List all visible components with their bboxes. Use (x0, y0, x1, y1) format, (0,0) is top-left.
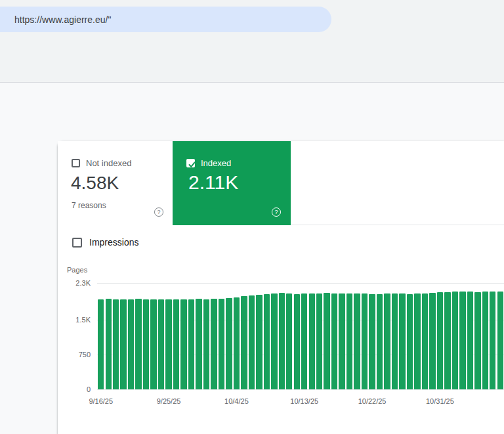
y-axis-tick-label: 750 (79, 351, 91, 358)
help-icon[interactable]: ? (272, 207, 281, 217)
chart-bar[interactable] (369, 294, 375, 389)
chart-x-labels: 9/16/259/25/2510/4/2510/13/2510/22/2510/… (97, 397, 504, 408)
chart-bar[interactable] (158, 299, 164, 389)
chart-bar[interactable] (180, 299, 186, 389)
indexed-count: 2.11K (188, 171, 238, 194)
check-icon (188, 160, 196, 169)
property-url[interactable]: https://www.agierre.eu/" (14, 14, 111, 25)
chart-bar[interactable] (414, 293, 420, 389)
chart-bar[interactable] (113, 299, 119, 389)
top-bar: https://www.agierre.eu/" (0, 0, 504, 83)
chart-bar[interactable] (362, 293, 368, 389)
not-indexed-reasons[interactable]: 7 reasons (72, 201, 106, 210)
search-console-page: https://www.agierre.eu/" Not indexed 4.5… (0, 0, 504, 434)
chart-bar[interactable] (467, 292, 473, 389)
chart-bar[interactable] (377, 294, 383, 389)
not-indexed-label: Not indexed (86, 158, 131, 168)
chart-bar[interactable] (399, 293, 405, 389)
chart-bar[interactable] (294, 294, 300, 389)
index-report-card: Not indexed 4.58K 7 reasons ? Indexed 2.… (58, 141, 504, 434)
chart-bar[interactable] (271, 293, 277, 389)
chart-bar[interactable] (316, 293, 322, 390)
indexed-checkbox[interactable] (186, 159, 195, 167)
chart-plot (97, 283, 504, 389)
property-search-pill[interactable]: https://www.agierre.eu/" (0, 7, 331, 32)
not-indexed-checkbox[interactable] (72, 159, 80, 167)
chart-bar[interactable] (407, 294, 413, 389)
tile-not-indexed-header: Not indexed (72, 158, 131, 168)
chart-bar[interactable] (309, 293, 315, 389)
y-axis-tick-label: 1.5K (75, 316, 91, 324)
help-icon[interactable]: ? (154, 207, 163, 217)
impressions-toggle[interactable]: Impressions (72, 237, 138, 248)
x-axis-tick-label: 10/31/25 (426, 397, 454, 405)
indexed-label: Indexed (201, 158, 231, 168)
chart-bar[interactable] (203, 299, 209, 389)
chart-bar[interactable] (234, 297, 240, 389)
chart-bar[interactable] (459, 292, 465, 389)
gridline (97, 389, 504, 390)
chart-bar[interactable] (452, 292, 458, 389)
chart-bar[interactable] (211, 299, 217, 389)
chart-bar[interactable] (354, 293, 360, 390)
chart-y-labels: 07501.5K2.3K (58, 283, 91, 389)
x-axis-tick-label: 9/16/25 (89, 397, 113, 405)
chart-bar[interactable] (301, 293, 307, 389)
chart-bar[interactable] (437, 292, 443, 389)
x-axis-tick-label: 9/25/25 (157, 397, 181, 405)
chart-bar[interactable] (226, 298, 232, 389)
tile-indexed[interactable]: Indexed 2.11K ? (173, 141, 291, 225)
chart-bar[interactable] (219, 299, 224, 389)
chart-bar[interactable] (106, 299, 112, 389)
chart-bar[interactable] (429, 293, 435, 389)
y-axis-tick-label: 2.3K (75, 279, 91, 287)
chart-bar[interactable] (120, 299, 126, 389)
chart-bar[interactable] (384, 293, 390, 389)
chart-bar[interactable] (444, 292, 450, 389)
chart-bar[interactable] (279, 293, 285, 389)
chart-bar[interactable] (474, 292, 480, 389)
chart-bar[interactable] (256, 295, 262, 389)
chart-bar[interactable] (173, 299, 179, 389)
x-axis-tick-label: 10/13/25 (290, 397, 318, 405)
x-axis-tick-label: 10/22/25 (358, 397, 387, 405)
chart-bar[interactable] (490, 292, 495, 389)
chart-bar[interactable] (150, 299, 156, 389)
y-axis-tick-label: 0 (87, 385, 91, 393)
chart-bar[interactable] (422, 293, 428, 390)
chart-bar[interactable] (135, 299, 141, 389)
chart-bar[interactable] (346, 293, 352, 389)
chart-bar[interactable] (98, 299, 104, 389)
impressions-label: Impressions (89, 237, 138, 248)
tile-indexed-header: Indexed (186, 158, 231, 168)
chart-bar[interactable] (392, 293, 398, 389)
status-tiles: Not indexed 4.58K 7 reasons ? Indexed 2.… (58, 141, 504, 225)
chart-bar[interactable] (331, 293, 337, 389)
chart-bar[interactable] (241, 296, 247, 389)
impressions-checkbox[interactable] (72, 238, 82, 248)
not-indexed-count: 4.58K (71, 173, 119, 194)
chart-bar[interactable] (497, 292, 503, 389)
x-axis-tick-label: 10/4/25 (224, 397, 249, 405)
chart-bar[interactable] (286, 293, 292, 389)
tile-not-indexed[interactable]: Not indexed 4.58K 7 reasons ? (58, 141, 173, 225)
gridline (97, 283, 504, 284)
chart-bar[interactable] (196, 299, 201, 389)
chart-bar[interactable] (143, 299, 149, 389)
chart-bar[interactable] (249, 295, 255, 389)
chart-bar[interactable] (324, 293, 329, 389)
chart-bar[interactable] (128, 299, 134, 389)
chart-bar[interactable] (165, 299, 171, 389)
chart-bar[interactable] (264, 294, 270, 389)
chart-bar[interactable] (482, 292, 488, 389)
chart-y-axis-title: Pages (67, 266, 87, 274)
chart-bar[interactable] (188, 299, 194, 389)
chart-bar[interactable] (339, 293, 345, 389)
